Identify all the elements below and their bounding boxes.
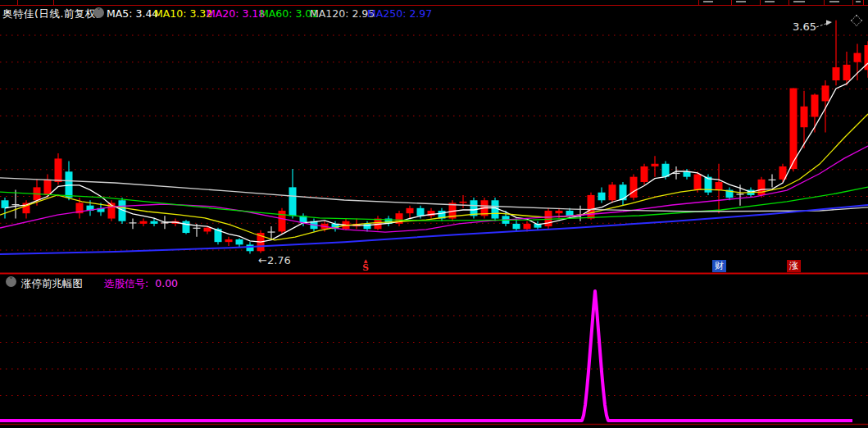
candle[interactable] (396, 211, 403, 226)
chart-header: 奥特佳(日线.前复权) ˅ MA5: 3.44MA10: 3.32MA20: 3… (0, 7, 868, 20)
candle[interactable] (268, 226, 275, 239)
chevron-down-circle-icon[interactable]: ˅ (93, 7, 104, 18)
candle[interactable] (439, 208, 446, 221)
page-title: 奥特佳(日线.前复权) (2, 7, 100, 21)
candle[interactable] (684, 169, 691, 180)
candle[interactable] (588, 193, 595, 220)
candle[interactable] (460, 195, 467, 208)
candle[interactable] (641, 164, 648, 184)
indicator-title: 涨停前兆幅图 (21, 277, 83, 291)
candle[interactable] (534, 221, 542, 230)
candle[interactable] (716, 164, 723, 213)
signal-line (0, 291, 852, 421)
event-badge: 财 (712, 260, 726, 272)
ma-line-ma5 (5, 63, 868, 242)
event-badge: 涨 (787, 260, 801, 272)
candle[interactable] (545, 208, 552, 229)
candle[interactable] (23, 200, 30, 218)
candle[interactable] (279, 208, 286, 234)
candle[interactable] (236, 238, 243, 247)
candle[interactable] (854, 43, 861, 80)
candle[interactable] (769, 174, 776, 187)
candlestick-chart[interactable] (0, 0, 868, 428)
ma-label-ma250: MA250: 2.97 (367, 7, 432, 20)
signal-value: 0.00 (155, 277, 178, 289)
candle[interactable] (620, 182, 627, 206)
high-price-label: 3.65 (793, 20, 816, 33)
candle[interactable] (130, 219, 137, 230)
candle[interactable] (12, 190, 20, 219)
ma-label-ma5: MA5: 3.44 (107, 7, 158, 20)
candle[interactable] (183, 220, 190, 234)
candle[interactable] (630, 174, 638, 200)
candle[interactable] (598, 187, 606, 203)
candle[interactable] (577, 206, 584, 221)
candle[interactable] (140, 219, 148, 227)
low-price-label: ←2.76 (258, 254, 291, 266)
candle[interactable] (779, 164, 787, 182)
candle[interactable] (652, 156, 659, 176)
candle[interactable] (289, 169, 297, 218)
candle[interactable] (822, 80, 829, 133)
candle[interactable] (225, 237, 233, 246)
signal-readout: 选股信号: 0.00 (104, 277, 178, 291)
panel-divider[interactable] (0, 273, 868, 275)
candle[interactable] (247, 242, 254, 253)
high-arrow (816, 20, 832, 28)
chevron-down-circle-icon[interactable]: ˅ (6, 276, 16, 287)
candle[interactable] (428, 208, 435, 219)
candle[interactable] (726, 187, 734, 200)
candle[interactable] (470, 198, 478, 218)
candle[interactable] (407, 206, 414, 219)
candle[interactable] (609, 182, 616, 203)
candle[interactable] (790, 89, 798, 172)
candle[interactable] (865, 41, 868, 78)
ma-label-ma10: MA10: 3.32 (154, 7, 212, 20)
stock-chart-window: 奥特佳(日线.前复权) ˅ MA5: 3.44MA10: 3.32MA20: 3… (0, 0, 868, 428)
ma-label-ma20: MA20: 3.18 (207, 7, 265, 20)
candle[interactable] (385, 216, 393, 226)
ma-lines (0, 63, 868, 254)
signal-label: 选股信号: (104, 277, 148, 289)
ma-label-ma120: MA120: 2.95 (310, 7, 375, 20)
ex-rights-icon[interactable]: ▲ S (361, 258, 370, 272)
candle[interactable] (833, 20, 840, 85)
ma-line-ma10 (0, 114, 868, 240)
